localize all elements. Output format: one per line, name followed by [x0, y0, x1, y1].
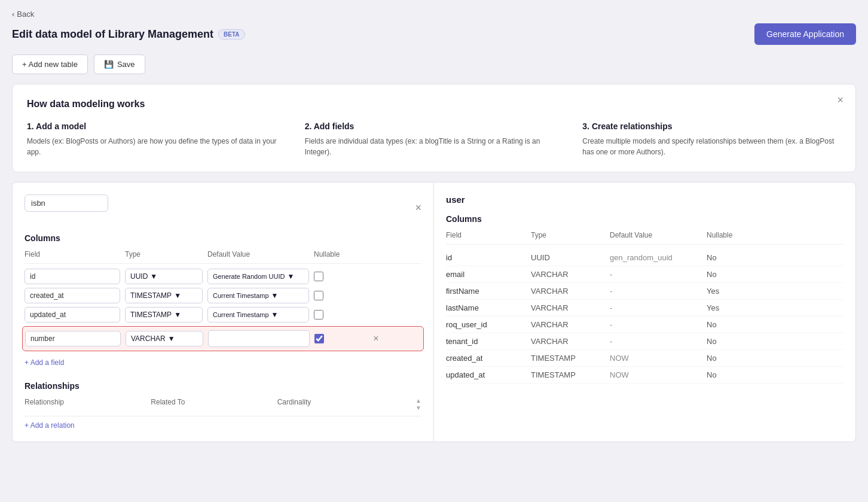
add-new-table-button[interactable]: + Add new table [12, 54, 88, 74]
user-type-0: UUID [531, 253, 603, 262]
save-label: Save [117, 60, 135, 69]
scroll-down-button[interactable]: ▼ [415, 405, 421, 411]
dropdown-icon: ▼ [150, 272, 157, 281]
relationships-label: Relationships [25, 381, 421, 391]
field-input-updated-at[interactable] [25, 307, 120, 323]
left-table-panel: × Columns Field Type Default Value Nulla… [13, 182, 434, 442]
info-panel-close-button[interactable]: × [837, 94, 843, 107]
rel-related-to-header: Related To [151, 398, 272, 411]
table-row: updated_at TIMESTAMP NOW No [446, 367, 843, 384]
nullable-checkbox-id[interactable] [314, 272, 323, 281]
user-nullable-4: No [707, 320, 754, 329]
back-chevron-icon: ‹ [12, 10, 14, 19]
delete-number-button[interactable]: × [367, 332, 385, 345]
rel-scroll-arrows: ▲ ▼ [415, 398, 421, 411]
right-columns-section: Columns Field Type Default Value Nullabl… [446, 214, 843, 384]
info-step-3: 3. Create relationships Create multiple … [582, 121, 841, 157]
user-nullable-1: No [707, 270, 754, 279]
user-nullable-2: Yes [707, 287, 754, 296]
right-table-name: user [446, 194, 843, 205]
field-input-number[interactable] [25, 331, 121, 346]
user-field-7: updated_at [446, 370, 524, 379]
page-title-row: Edit data model of Library Management BE… [12, 28, 245, 41]
user-field-header: Field [446, 231, 524, 239]
dropdown-icon: ▼ [271, 291, 279, 300]
user-default-7: NOW [610, 370, 699, 379]
add-relation-button[interactable]: + Add a relation [25, 421, 75, 430]
info-step-1-body: Models (ex: BlogPosts or Authors) are ho… [27, 136, 286, 157]
save-button[interactable]: 💾 Save [94, 54, 145, 74]
table-row-highlighted: VARCHAR ▼ × [22, 326, 424, 351]
nullable-header: Nullable [314, 250, 362, 258]
beta-badge: BETA [218, 29, 244, 39]
default-select-id[interactable]: Generate Random UUID ▼ [207, 269, 309, 284]
user-type-3: VARCHAR [531, 303, 603, 312]
user-field-3: lastName [446, 303, 524, 312]
type-select-id[interactable]: UUID ▼ [125, 269, 203, 284]
generate-application-button[interactable]: Generate Application [754, 23, 856, 45]
left-table-name-input[interactable] [25, 194, 108, 212]
user-default-5: - [610, 337, 699, 346]
info-step-2-heading: 2. Add fields [305, 121, 564, 131]
user-default-2: - [610, 287, 699, 296]
default-select-created-at[interactable]: Current Timestamp ▼ [207, 288, 309, 303]
user-type-6: TIMESTAMP [531, 354, 603, 363]
user-default-4: - [610, 320, 699, 329]
nullable-checkbox-updated-at[interactable] [314, 310, 323, 320]
save-icon: 💾 [104, 60, 114, 69]
user-type-5: VARCHAR [531, 337, 603, 346]
info-panel: How data modeling works × 1. Add a model… [12, 84, 856, 172]
default-header: Default Value [207, 250, 309, 258]
user-field-0: id [446, 253, 524, 262]
type-select-number[interactable]: VARCHAR ▼ [126, 331, 203, 346]
toolbar: + Add new table 💾 Save [12, 54, 856, 74]
user-default-3: - [610, 303, 699, 312]
add-field-button[interactable]: + Add a field [25, 356, 64, 369]
back-link[interactable]: ‹ Back [12, 10, 856, 19]
table-row: TIMESTAMP ▼ Current Timestamp ▼ [25, 288, 421, 303]
dropdown-icon: ▼ [174, 291, 181, 300]
user-default-0: gen_random_uuid [610, 253, 699, 262]
type-select-updated-at[interactable]: TIMESTAMP ▼ [125, 307, 203, 323]
dropdown-icon: ▼ [174, 311, 181, 319]
rel-header: Relationship Related To Cardinality ▲ ▼ [25, 398, 421, 416]
user-type-header: Type [531, 231, 603, 239]
rel-relationship-header: Relationship [25, 398, 146, 411]
rel-cardinality-header: Cardinality [277, 398, 399, 411]
dropdown-icon: ▼ [287, 272, 294, 281]
field-input-id[interactable] [25, 269, 120, 284]
user-field-6: created_at [446, 354, 524, 363]
left-columns-section: Columns Field Type Default Value Nullabl… [25, 233, 421, 369]
table-row: created_at TIMESTAMP NOW No [446, 350, 843, 367]
table-row: id UUID gen_random_uuid No [446, 250, 843, 266]
type-header: Type [125, 250, 203, 258]
right-table-panel: user Columns Field Type Default Value Nu… [434, 182, 855, 442]
user-nullable-7: No [707, 370, 754, 379]
scroll-up-button[interactable]: ▲ [415, 398, 421, 404]
table-row: TIMESTAMP ▼ Current Timestamp ▼ [25, 307, 421, 323]
dropdown-icon: ▼ [271, 311, 279, 319]
page-header: Edit data model of Library Management BE… [12, 23, 856, 45]
info-step-3-heading: 3. Create relationships [582, 121, 841, 131]
table-row: UUID ▼ Generate Random UUID ▼ [25, 269, 421, 284]
nullable-checkbox-number[interactable] [314, 334, 324, 343]
left-columns-label: Columns [25, 233, 421, 243]
default-select-updated-at[interactable]: Current Timestamp ▼ [207, 307, 309, 323]
right-columns-label: Columns [446, 214, 843, 224]
info-panel-title: How data modeling works [27, 99, 841, 109]
type-select-created-at[interactable]: TIMESTAMP ▼ [125, 288, 203, 303]
relationships-section: Relationships Relationship Related To Ca… [25, 381, 421, 430]
close-left-table-button[interactable]: × [415, 202, 421, 214]
info-step-3-body: Create multiple models and specify relat… [582, 136, 841, 157]
user-columns-header: Field Type Default Value Nullable [446, 231, 843, 245]
user-nullable-6: No [707, 354, 754, 363]
user-rows: id UUID gen_random_uuid No email VARCHAR… [446, 250, 843, 384]
default-input-number[interactable] [208, 330, 310, 347]
user-nullable-3: Yes [707, 303, 754, 312]
user-field-1: email [446, 270, 524, 279]
user-type-4: VARCHAR [531, 320, 603, 329]
nullable-checkbox-created-at[interactable] [314, 291, 323, 300]
user-default-1: - [610, 270, 699, 279]
field-input-created-at[interactable] [25, 288, 120, 303]
table-row: firstName VARCHAR - Yes [446, 283, 843, 300]
